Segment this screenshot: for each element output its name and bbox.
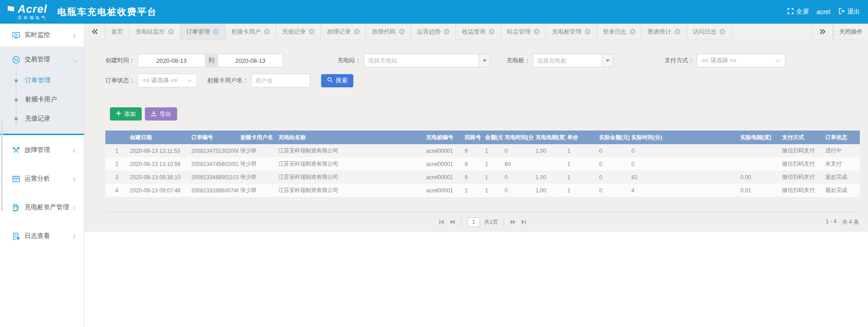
col-unit-price: 单价: [565, 131, 597, 144]
table-cell: 1: [483, 184, 503, 197]
station-dropdown-button[interactable]: [479, 54, 491, 67]
fullscreen-button[interactable]: 全屏: [787, 8, 809, 16]
table-cell: 0: [503, 184, 534, 197]
station-input[interactable]: [364, 54, 479, 67]
col-pile-number: 充电桩编号: [424, 131, 463, 144]
chevron-down-icon: [188, 78, 192, 82]
payment-select[interactable]: == 请选择 ==: [697, 54, 785, 67]
tab-recharge-record[interactable]: 充值记录: [276, 24, 321, 40]
tab-scroll-right-icon[interactable]: [812, 24, 833, 40]
close-icon[interactable]: [213, 29, 219, 35]
close-icon[interactable]: [168, 29, 174, 35]
sidebar-scrollbar[interactable]: [1, 118, 3, 211]
table-row[interactable]: 3 2020-08-13 09:38:10 2008133468901101 张…: [105, 171, 860, 184]
close-icon[interactable]: [534, 29, 540, 35]
table-cell: [739, 144, 780, 157]
sidebar-group-log-view[interactable]: 日志查看: [0, 225, 84, 247]
tab-revenue-query[interactable]: 收益查询: [456, 24, 501, 40]
last-page-icon[interactable]: [521, 219, 527, 225]
sidebar-group-operation-analysis[interactable]: 运营分析: [0, 167, 84, 190]
logout-button[interactable]: 退出: [838, 8, 860, 16]
table-cell: 1: [483, 157, 503, 171]
rfid-user-input[interactable]: [251, 74, 310, 87]
date-from-input[interactable]: [138, 54, 205, 67]
table-cell: 82: [630, 171, 739, 184]
close-icon[interactable]: [354, 29, 360, 35]
tab-home[interactable]: 首页: [105, 24, 129, 40]
monitor-icon: [12, 31, 20, 40]
next-page-icon[interactable]: [510, 219, 516, 225]
table-cell: 2020-08-13 09:07:46: [128, 184, 189, 197]
close-operations-menu[interactable]: 关闭操作: [833, 24, 868, 40]
close-icon[interactable]: [399, 29, 405, 35]
export-button[interactable]: 导出: [145, 107, 177, 121]
date-range-to-label: 到: [206, 54, 217, 67]
pile-combo: [533, 54, 614, 67]
col-circuit-number: 回路号: [463, 131, 483, 144]
tab-scroll-left-icon[interactable]: [84, 24, 105, 40]
sidebar-group-transaction-management[interactable]: 交易管理: [0, 48, 84, 71]
prev-page-icon[interactable]: [449, 219, 455, 225]
tab-operation-trend[interactable]: 运营趋势: [411, 24, 456, 40]
calendar-icon: [12, 175, 20, 183]
page-title: 电瓶车充电桩收费平台: [57, 6, 157, 18]
bullet-icon: [15, 117, 18, 121]
table-cell: 进行中: [823, 144, 860, 157]
col-actual-amount: 实际金额(元): [597, 131, 630, 144]
date-to-input[interactable]: [218, 54, 283, 67]
close-icon[interactable]: [444, 29, 450, 35]
close-icon[interactable]: [585, 29, 590, 35]
table-cell: 0: [597, 171, 630, 184]
tab-access-log[interactable]: 访问日志: [687, 24, 732, 40]
sidebar-group-realtime-monitor[interactable]: 实时监控: [0, 24, 84, 46]
close-icon[interactable]: [719, 29, 725, 35]
table-cell: 2008133468901101: [189, 171, 238, 184]
logo-flag-icon: [6, 5, 15, 19]
sidebar-group-pile-asset-management[interactable]: 充电桩资产管理: [0, 196, 84, 219]
pile-input[interactable]: [533, 54, 602, 67]
table-cell: 未支付: [823, 157, 860, 171]
empty-area: [84, 232, 868, 327]
table-row[interactable]: 4 2020-08-13 09:07:46 2008133286600746 张…: [105, 184, 860, 197]
table-row[interactable]: 1 2020-08-13 13:11:53 2008134751302008 张…: [105, 144, 860, 157]
table-cell: 微信扫码支付: [780, 144, 823, 157]
sidebar-group-fault-management[interactable]: 故障管理: [0, 139, 84, 161]
table-cell: 江苏安科瑞制造有限公司: [277, 157, 424, 171]
pile-label: 充电桩：: [506, 56, 530, 65]
tab-login-log[interactable]: 登录日志: [597, 24, 642, 40]
col-order-status: 订单状态: [823, 131, 860, 144]
table-cell: 0: [630, 144, 739, 157]
sidebar-section-transaction: 交易管理 订单管理 射频卡用户 充值记录: [0, 46, 84, 135]
close-icon[interactable]: [675, 29, 680, 35]
tab-chart-statistics[interactable]: 图表统计: [642, 24, 687, 40]
pile-dropdown-button[interactable]: [602, 54, 614, 67]
search-button[interactable]: 搜索: [321, 74, 353, 87]
sidebar-item-recharge-record[interactable]: 充值记录: [0, 109, 84, 128]
close-icon[interactable]: [489, 29, 495, 35]
sidebar-item-order-management[interactable]: 订单管理: [0, 71, 84, 90]
table-cell: 江苏安科瑞制造有限公司: [277, 184, 424, 197]
close-icon[interactable]: [630, 29, 635, 35]
tab-fault-record[interactable]: 故障记录: [321, 24, 366, 40]
tab-rfid-user[interactable]: 射频卡用户: [225, 24, 276, 40]
table-cell: 1: [463, 184, 483, 197]
add-button[interactable]: 添加: [110, 107, 142, 121]
page-number-input[interactable]: [467, 217, 480, 227]
tab-site-management[interactable]: 站点管理: [501, 24, 546, 40]
tab-pile-management[interactable]: 充电桩管理: [546, 24, 597, 40]
chevron-left-icon: [73, 177, 78, 182]
close-icon[interactable]: [309, 29, 315, 35]
close-icon[interactable]: [264, 29, 270, 35]
sidebar-item-rfid-card-user[interactable]: 射频卡用户: [0, 90, 84, 109]
tab-station-monitor[interactable]: 充电站监控: [129, 24, 180, 40]
tab-fault-code[interactable]: 故障代码: [366, 24, 411, 40]
logout-icon: [838, 8, 845, 16]
username[interactable]: acrel: [817, 8, 830, 15]
table-row[interactable]: 2 2020-08-13 13:10:56 2008134745602002 张…: [105, 157, 860, 171]
table-cell: 江苏安科瑞制造有限公司: [277, 144, 424, 157]
charging-pile-icon: [12, 203, 20, 212]
tab-order-management[interactable]: 订单管理: [180, 24, 225, 40]
first-page-icon[interactable]: [438, 219, 445, 225]
chevron-left-icon: [73, 149, 78, 153]
order-status-select[interactable]: == 请选择 ==: [138, 74, 197, 87]
